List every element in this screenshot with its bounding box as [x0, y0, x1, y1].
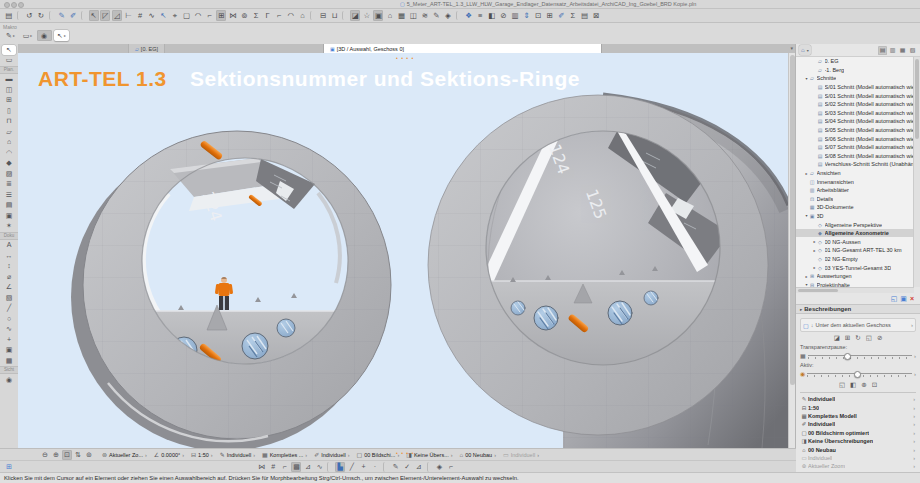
save-icon[interactable]: ▤ [4, 10, 14, 21]
redo-icon[interactable]: ↻ [36, 10, 46, 21]
tree-item-storey[interactable]: ▱ 0. EG [796, 57, 914, 66]
level-dimension-tool[interactable]: ↕ [0, 261, 18, 271]
tree-item-section[interactable]: ▤ S/07 Schnitt (Modell automatisch wiede… [796, 143, 914, 152]
search-icon[interactable]: ⊚ [239, 10, 249, 21]
annotate-icon[interactable]: ✎ [431, 10, 441, 21]
render-icon[interactable]: ◈ [443, 10, 453, 21]
hotspot-tool[interactable]: + [0, 335, 18, 345]
toolbar-icon[interactable] [49, 11, 54, 20]
palette-grip-dots[interactable]: • • • • [396, 450, 414, 456]
tree-item-ng-gesamt[interactable]: ▸ ◇ 01 NG-Gesamt ART-TEL 30 km [796, 246, 914, 255]
beam-tool[interactable]: ⊓ [0, 116, 18, 126]
maximize-window-icon[interactable] [18, 2, 24, 8]
shadow-icon[interactable]: ◱ [839, 381, 845, 389]
bb-structure-option[interactable]: ▦ Komplettes ... › [262, 451, 307, 458]
layers-icon[interactable]: ◪ [350, 10, 360, 21]
fillet-icon[interactable]: ◠ [286, 10, 296, 21]
slab-tool[interactable]: ▱ [0, 127, 18, 137]
marquee-filter-icon[interactable]: ◪ [834, 334, 840, 342]
tree-item-arbeitsblaetter[interactable]: ▥ Arbeitsblätter [796, 186, 914, 195]
tab-3d-auswahl[interactable]: ▣ [3D / Auswahl, Geschoss 0] [323, 44, 602, 53]
slider-thumb[interactable] [854, 371, 861, 378]
arrow-cursor-button[interactable]: ↖▸ [54, 30, 69, 41]
3d-style-icon[interactable]: ◈ [434, 462, 444, 472]
copy-settings-icon[interactable]: ◱ [866, 334, 872, 342]
scrollbar-thumb[interactable] [915, 59, 919, 139]
snap-reference-icon[interactable]: ∿ [315, 462, 325, 472]
qs-model-view-options[interactable]: ▢ 00 Bildschirm optimiert › [800, 429, 916, 437]
bb-dimension-option[interactable]: ▭ Individuell › [503, 451, 539, 458]
angle-input-icon[interactable]: ⊿ [414, 462, 424, 472]
inject-parameters-icon[interactable]: ✐ [68, 10, 78, 21]
storey-filter-dropdown[interactable]: ▢ ↓ Unter dem aktuellen Geschoss › [800, 318, 916, 332]
beschreibungen-section-header[interactable]: ▸ Beschreibungen [796, 304, 920, 314]
shell-tool[interactable]: ◠ [0, 148, 18, 158]
viewpoint-settings-icon[interactable]: ◱ [891, 294, 898, 303]
tree-item-yes-tunnel[interactable]: ▸ ◇ 03 YES-Tunnel-Gesamt 3D [796, 263, 914, 272]
stretch-mode-icon[interactable]: ◿ [112, 10, 122, 21]
door-tool[interactable]: ◫ [0, 85, 18, 95]
railing-tool[interactable]: ☰ [0, 190, 18, 200]
highlight-button[interactable]: ◉ [37, 30, 52, 41]
grid-display-icon[interactable]: # [135, 10, 145, 21]
slider-thumb[interactable] [844, 353, 851, 360]
line-tool[interactable]: ╱ [0, 303, 18, 313]
bb-orientation-option[interactable]: ∠ 0.0000° › [154, 451, 184, 458]
disable-filter-icon[interactable]: ⊘ [877, 334, 882, 342]
drawing-tool[interactable]: ▦ [0, 356, 18, 366]
toolbar-icon[interactable] [81, 11, 86, 20]
undo-icon[interactable]: ↺ [24, 10, 34, 21]
qs-renovation-filter[interactable]: ⌂ 00 Neubau › [800, 445, 916, 453]
add-filter-icon[interactable]: ⊞ [845, 334, 850, 342]
zoom-out-icon[interactable]: ⊖ [40, 450, 50, 460]
morph-tool[interactable]: ◆ [0, 158, 18, 168]
navigator-layout-book-icon[interactable]: ▦ [898, 46, 907, 55]
curtain-wall-tool[interactable]: ▤ [0, 200, 18, 210]
menu-icon[interactable]: ≡ [475, 10, 485, 21]
lamp-tool[interactable]: ✶ [0, 221, 18, 231]
arc-draw-icon[interactable]: ◠ [193, 10, 203, 21]
tree-item-storey[interactable]: ▱ -1. Berg [796, 66, 914, 75]
palette-grip-dots[interactable]: • • • • [396, 55, 414, 61]
grid-tool-icon[interactable]: ⊞ [216, 10, 226, 21]
tree-item-section[interactable]: ▤ S/04 Schnitt (Modell automatisch wiede… [796, 117, 914, 126]
tree-folder-auswertungen[interactable]: ▸ ⊞ Auswertungen [796, 272, 914, 281]
box-draw-icon[interactable]: ▢ [182, 10, 192, 21]
pickup-parameters-icon[interactable]: ✎ [57, 10, 67, 21]
tree-item-axonometrie[interactable]: ◆ Allgemeine Axonometrie [796, 229, 914, 238]
navigator-publisher-icon[interactable]: ▧ [908, 46, 917, 55]
split-view-icon[interactable]: ◧ [487, 10, 497, 21]
toolbar-icon[interactable] [310, 11, 315, 20]
intersect-icon[interactable]: ⋈ [228, 10, 238, 21]
toolbox-tool[interactable]: Sicht [0, 366, 18, 374]
updown-icon[interactable]: ⇕ [522, 10, 532, 21]
tab-0-eg[interactable]: ▱ [0. EG] [128, 44, 165, 53]
snap-icon[interactable] [427, 462, 432, 472]
navigator-project-map-icon[interactable]: ▤ [878, 46, 887, 55]
tree-item-ng-empty[interactable]: ◇ 02 NG-Empty [796, 255, 914, 264]
checkbox-icon[interactable]: ▢ [803, 322, 809, 329]
snap-guides-icon[interactable]: ▩ [291, 462, 301, 472]
transparency-slider[interactable] [808, 352, 912, 360]
layout-book-icon[interactable]: ◫ [408, 10, 418, 21]
qs-zoom[interactable]: ⊚ Aktueller Zoom › [800, 462, 916, 470]
window-tool[interactable]: ⊞ [0, 95, 18, 105]
tree-item-section[interactable]: ▤ S/03 Schnitt (Modell automatisch wiede… [796, 109, 914, 118]
tree-item-ng-aussen[interactable]: ▸ ◇ 00 NG-Aussen [796, 237, 914, 246]
align-icon[interactable]: ⊢ [124, 10, 134, 21]
mesh-icon[interactable]: ≋ [420, 10, 430, 21]
qs-partial-structure[interactable]: ▦ Komplettes Modell › [800, 412, 916, 420]
tree-item-innenansichten[interactable]: ◫ Innenansichten [796, 177, 914, 186]
calc-icon[interactable]: Σ [568, 10, 578, 21]
toolbox-tool[interactable]: Plan. [0, 66, 18, 74]
editing-plane-icon[interactable]: ✎ [391, 462, 401, 472]
qs-graphic-override[interactable]: ◨ Keine Überschreibungen › [800, 437, 916, 445]
snap-icon[interactable] [327, 462, 332, 472]
building-icon[interactable]: ⌂ [385, 10, 395, 21]
disable-icon[interactable]: ⊘ [498, 10, 508, 21]
target-box-icon[interactable]: ⊡ [533, 10, 543, 21]
tree-item-section[interactable]: ▤ S/01 Schnitt (Modell automatisch wiede… [796, 83, 914, 92]
qs-layer-combination[interactable]: ✎ Individuell › [800, 395, 916, 403]
home-icon[interactable]: ⌂ [297, 10, 307, 21]
minimize-window-icon[interactable] [11, 2, 17, 8]
